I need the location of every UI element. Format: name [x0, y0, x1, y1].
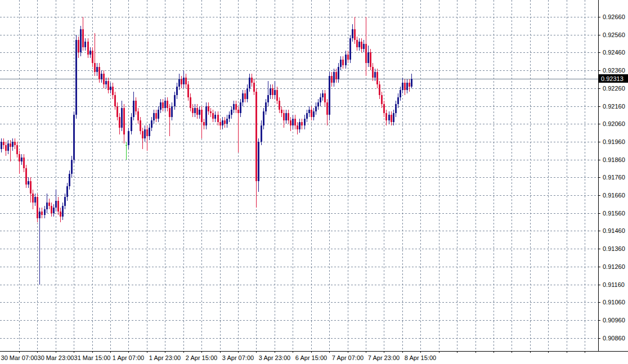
candle-body — [372, 67, 374, 78]
candle-body — [397, 97, 399, 104]
price-axis[interactable]: 0.926600.925600.924600.923600.922600.921… — [603, 14, 625, 341]
candle-body — [406, 83, 408, 90]
candle-body — [37, 197, 38, 218]
candle-body — [226, 119, 228, 124]
candle-body — [60, 212, 61, 217]
candle-body — [10, 143, 11, 147]
candle-body — [92, 51, 93, 63]
candle-body — [365, 44, 367, 63]
candle-body — [212, 113, 214, 119]
candle-body — [270, 88, 271, 95]
time-axis-label: 3 Apr 07:00 — [222, 354, 254, 361]
candle-wick — [268, 81, 268, 106]
time-axis-label: 7 Apr 23:00 — [368, 354, 400, 361]
candle-body — [400, 90, 401, 97]
candle-body — [301, 122, 303, 125]
candle-body — [105, 81, 107, 84]
price-axis-label: 0.92160 — [603, 103, 625, 110]
candle-body — [133, 101, 134, 117]
candle-body — [155, 113, 157, 119]
candle-body — [114, 95, 116, 106]
candle-body — [345, 55, 347, 65]
price-axis-label: 0.91460 — [603, 227, 625, 234]
candle-body — [185, 78, 187, 84]
candle-body — [361, 42, 362, 49]
candle-body — [98, 67, 100, 79]
candle-body — [73, 115, 75, 160]
candle-body — [1, 142, 2, 149]
candle-body — [317, 102, 319, 106]
candle-body — [333, 72, 335, 83]
price-axis-label: 0.92560 — [603, 32, 625, 38]
candle-body — [57, 201, 59, 212]
candle-body — [279, 101, 280, 110]
candle-body — [391, 115, 392, 122]
price-axis-label: 0.91060 — [603, 299, 625, 305]
candle-body — [183, 78, 185, 84]
time-axis-label: 6 Apr 15:00 — [295, 354, 327, 361]
candle-body — [34, 197, 36, 203]
candle-body — [315, 106, 317, 111]
candle-body — [192, 108, 194, 113]
candle-body — [62, 206, 64, 217]
candle-body — [146, 129, 148, 136]
time-axis-label: 8 Apr 15:00 — [405, 354, 436, 361]
candle-body — [308, 110, 310, 113]
candle-body — [253, 83, 255, 92]
candle-body — [233, 104, 235, 110]
time-axis-label: 7 Apr 07:00 — [332, 354, 364, 361]
candle-body — [25, 168, 27, 185]
candle-body — [144, 129, 146, 138]
price-axis-label: 0.92360 — [603, 67, 625, 74]
candle-body — [324, 93, 326, 102]
candle-body — [151, 120, 152, 128]
candle-body — [71, 160, 73, 174]
candle-body — [48, 203, 50, 206]
candle-body — [290, 120, 291, 125]
candle-body — [322, 93, 324, 97]
candle-body — [331, 76, 333, 83]
candle-wick — [147, 125, 147, 151]
candle-body — [409, 83, 410, 87]
candle-body — [349, 38, 351, 60]
candle-body — [201, 110, 203, 122]
candle-body — [94, 63, 96, 72]
candle-body — [217, 115, 219, 122]
candle-body — [379, 84, 380, 95]
price-axis-label: 0.92060 — [603, 120, 625, 127]
candlestick-chart[interactable]: 0.926600.925600.924600.923600.922600.921… — [0, 0, 628, 364]
candle-body — [158, 110, 159, 119]
candle-body — [385, 113, 387, 120]
candle-wick — [56, 190, 56, 212]
time-axis-label: 30 Mar 23:00 — [38, 354, 74, 361]
candle-body — [123, 108, 125, 134]
candle-body — [210, 111, 212, 113]
time-axis[interactable]: 30 Mar 07:0030 Mar 23:0031 Mar 15:001 Ap… — [1, 354, 437, 361]
candle-body — [244, 93, 246, 99]
candle-body — [222, 120, 223, 125]
price-axis-label: 0.91560 — [603, 210, 625, 217]
candle-body — [181, 79, 182, 84]
candle-body — [381, 95, 383, 104]
candle-body — [299, 122, 300, 129]
candle-body — [363, 44, 365, 49]
candle-body — [14, 142, 16, 145]
price-axis-label: 0.90860 — [603, 335, 625, 341]
candle-body — [96, 67, 98, 72]
candle-body — [39, 212, 41, 218]
candle-body — [267, 95, 269, 102]
price-axis-label: 0.91860 — [603, 156, 625, 163]
chart-window: 0.926600.925600.924600.923600.922600.921… — [0, 0, 628, 364]
candle-body — [370, 52, 371, 67]
candle-body — [283, 113, 285, 120]
candle-body — [395, 104, 397, 113]
candle-body — [367, 52, 369, 63]
candle-body — [16, 145, 18, 154]
time-axis-label: 3 Apr 23:00 — [259, 354, 290, 361]
current-price-tag: 0.92313 — [599, 74, 628, 83]
time-axis-label: 30 Mar 07:00 — [1, 354, 38, 361]
candle-body — [404, 83, 406, 90]
candle-body — [288, 113, 289, 120]
candle-body — [174, 95, 176, 106]
candle-body — [356, 40, 358, 47]
